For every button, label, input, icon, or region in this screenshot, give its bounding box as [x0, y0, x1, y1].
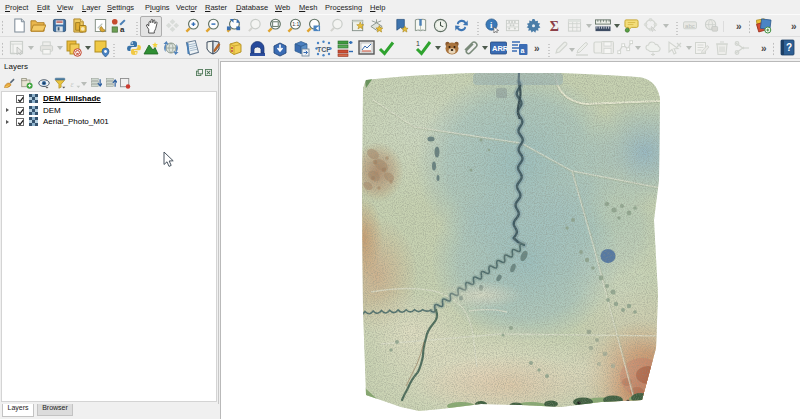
svg-text:ARR: ARR	[492, 44, 507, 53]
svg-text:Σ: Σ	[550, 18, 559, 33]
svg-text:a: a	[521, 47, 525, 54]
svg-text:TCF: TCF	[317, 46, 331, 53]
svg-text:1:1: 1:1	[292, 21, 299, 27]
svg-text:a: a	[120, 25, 125, 33]
svg-text:?: ?	[786, 42, 792, 53]
svg-text:1: 1	[416, 40, 420, 47]
svg-text:ε: ε	[71, 80, 75, 89]
svg-text:abc: abc	[685, 23, 695, 29]
